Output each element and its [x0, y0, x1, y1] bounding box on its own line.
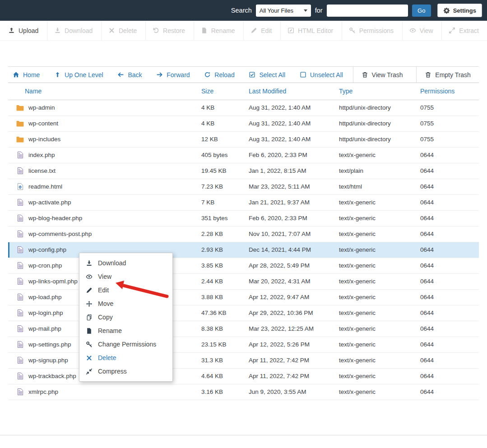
toolbar-item-download[interactable]: Download [47, 21, 99, 40]
toolbar-item-rename[interactable]: Rename [194, 21, 242, 40]
nav-item-forward[interactable]: Forward [152, 67, 194, 83]
file-row-xmlrpc-php[interactable]: xmlrpc.php 3.16 KB Jun 9, 2020, 3:55 AM … [8, 384, 479, 400]
nav-item-reload[interactable]: Reload [199, 67, 239, 83]
file-row-wp-content[interactable]: wp-content 4 KB Aug 31, 2022, 1:40 AM ht… [8, 115, 479, 131]
compress-icon [85, 368, 93, 375]
context-menu-item-move[interactable]: Move [79, 297, 172, 310]
file-icon [16, 246, 24, 253]
toolbar-item-label: View [420, 27, 433, 34]
file-icon [16, 388, 24, 395]
trash-icon [425, 71, 431, 78]
left-arrow-icon [117, 71, 124, 78]
context-menu-item-download[interactable]: Download [79, 256, 172, 270]
context-menu-item-delete[interactable]: Delete [79, 351, 172, 365]
nav-item-home[interactable]: Home [8, 67, 44, 83]
file-icon [16, 215, 24, 222]
file-row-index-php[interactable]: index.php 405 bytes Feb 6, 2020, 2:33 PM… [8, 147, 479, 163]
file-row-wp-blog-header-php[interactable]: wp-blog-header.php 351 bytes Feb 6, 2020… [8, 210, 479, 226]
file-size: 47.36 KB [199, 305, 246, 321]
context-menu-item-copy[interactable]: Copy [79, 310, 172, 324]
file-action-toolbar: Upload Download Delete Restore Rename [0, 21, 487, 41]
toolbar-item-label: Upload [19, 27, 38, 34]
file-modified: Apr 12, 2022, 5:26 PM [246, 337, 336, 352]
file-name-cell: wp-admin [8, 100, 199, 115]
column-header-size[interactable]: Size [199, 83, 246, 100]
file-name: wp-load.php [28, 294, 62, 300]
toolbar-item-view[interactable]: View [402, 21, 440, 40]
nav-item-label: Back [128, 71, 142, 79]
file-size: 3.85 KB [199, 258, 246, 273]
go-button[interactable]: Go [412, 5, 431, 17]
context-menu-item-change-permissions[interactable]: Change Permissions [79, 337, 172, 351]
context-menu-item-rename[interactable]: Rename [79, 324, 172, 337]
rename-icon [201, 27, 208, 34]
settings-button[interactable]: Settings [437, 4, 482, 17]
file-type: text/x-generic [336, 289, 417, 305]
file-type: text/plain [336, 163, 417, 179]
x-icon [85, 355, 93, 361]
context-menu-item-label: Delete [98, 354, 116, 361]
nav-item-select-all[interactable]: Select All [244, 67, 290, 83]
file-row-license-txt[interactable]: license.txt 19.45 KB Jan 1, 2022, 8:15 A… [8, 163, 479, 179]
file-type: text/x-generic [336, 226, 417, 242]
context-menu-item-label: Compress [98, 368, 127, 375]
file-type: text/x-generic [336, 194, 417, 210]
file-size: 2.93 KB [199, 242, 246, 258]
file-modified: Jun 9, 2020, 3:55 AM [246, 384, 336, 400]
html-editor-icon [288, 27, 294, 34]
file-size: 19.45 KB [199, 163, 246, 179]
column-header-name[interactable]: Name [8, 83, 199, 100]
context-menu-item-view[interactable]: View [79, 270, 172, 283]
eye-icon [85, 273, 93, 280]
file-name-cell: wp-blog-header.php [8, 210, 199, 226]
context-menu-item-edit[interactable]: Edit [79, 283, 172, 297]
file-name-cell: wp-activate.php [8, 194, 199, 210]
nav-item-view-trash[interactable]: View Trash [353, 67, 411, 83]
context-menu-item-label: Download [98, 259, 126, 267]
file-row-wp-admin[interactable]: wp-admin 4 KB Aug 31, 2022, 1:40 AM http… [8, 100, 479, 115]
nav-item-empty-trash[interactable]: Empty Trash [416, 67, 479, 83]
key-icon [85, 341, 93, 348]
column-header-type[interactable]: Type [336, 83, 417, 100]
file-icon [16, 294, 24, 300]
column-header-last-modified[interactable]: Last Modified [246, 83, 336, 100]
file-row-wp-includes[interactable]: wp-includes 12 KB Aug 31, 2022, 1:40 AM … [8, 131, 479, 147]
toolbar-item-html-editor[interactable]: HTML Editor [280, 21, 340, 40]
chevron-down-icon [304, 9, 307, 12]
toolbar-item-extract[interactable]: Extract [441, 21, 486, 40]
file-row-wp-activate-php[interactable]: wp-activate.php 7 KB Jan 21, 2021, 9:37 … [8, 194, 479, 210]
toolbar-item-delete[interactable]: Delete [101, 21, 144, 40]
search-scope-select[interactable]: All Your Files [256, 5, 311, 17]
home-icon [13, 71, 19, 78]
file-row-readme-html[interactable]: readme.html 7.23 KB Mar 23, 2022, 5:11 A… [8, 179, 479, 194]
file-size: 2.28 KB [199, 226, 246, 242]
nav-item-label: Up One Level [65, 71, 103, 79]
file-modified: Aug 31, 2022, 1:40 AM [246, 115, 336, 131]
toolbar-item-label: Edit [261, 27, 272, 34]
search-input[interactable] [327, 5, 408, 17]
context-menu-item-label: Rename [98, 327, 122, 334]
file-modified: Apr 11, 2022, 7:42 PM [246, 368, 336, 384]
nav-item-up-one-level[interactable]: Up One Level [50, 67, 108, 83]
column-header-permissions[interactable]: Permissions [417, 83, 479, 100]
file-modified: Feb 6, 2020, 2:33 PM [246, 147, 336, 163]
file-type: text/x-generic [336, 242, 417, 258]
file-size: 405 bytes [199, 147, 246, 163]
file-size: 351 bytes [199, 210, 246, 226]
context-menu-item-compress[interactable]: Compress [79, 365, 172, 378]
file-icon [16, 357, 24, 364]
file-name: wp-includes [28, 136, 60, 143]
folder-icon [16, 105, 24, 111]
toolbar-item-upload[interactable]: Upload [1, 21, 45, 40]
toolbar-item-permissions[interactable]: Permissions [342, 21, 400, 40]
x-icon [108, 27, 115, 34]
nav-item-label: Home [23, 71, 40, 79]
file-row-wp-comments-post-php[interactable]: wp-comments-post.php 2.28 KB Nov 10, 202… [8, 226, 479, 242]
nav-item-back[interactable]: Back [113, 67, 146, 83]
file-permissions: 0644 [417, 179, 479, 194]
file-type: text/html [336, 179, 417, 194]
file-icon [16, 309, 24, 316]
toolbar-item-edit[interactable]: Edit [243, 21, 278, 40]
nav-item-unselect-all[interactable]: Unselect All [295, 67, 348, 83]
toolbar-item-restore[interactable]: Restore [145, 21, 192, 40]
